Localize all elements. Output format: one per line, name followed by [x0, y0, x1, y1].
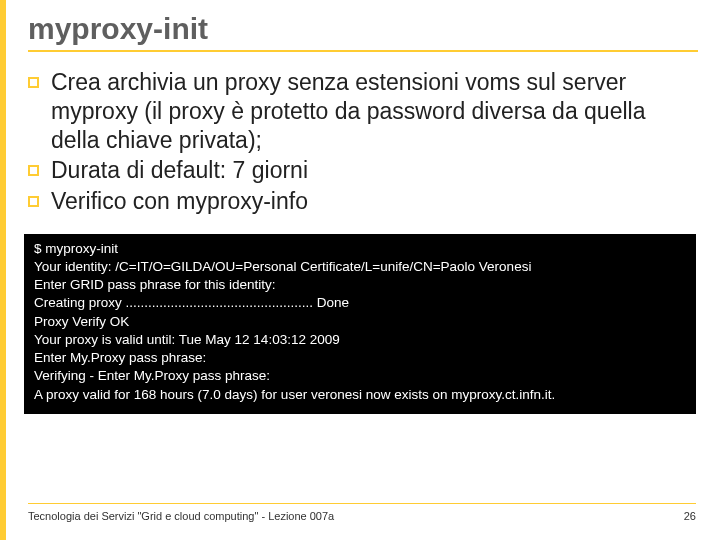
footer-left-text: Tecnologia dei Servizi "Grid e cloud com… [28, 510, 334, 522]
square-bullet-icon [28, 165, 39, 176]
slide-footer: Tecnologia dei Servizi "Grid e cloud com… [28, 503, 696, 522]
bullet-list: Crea archivia un proxy senza estensioni … [28, 68, 696, 216]
terminal-line: $ myproxy-init [34, 241, 118, 256]
bullet-text: Verifico con myproxy-info [51, 187, 696, 216]
bullet-text: Crea archivia un proxy senza estensioni … [51, 68, 696, 154]
slide-title: myproxy-init [28, 12, 696, 46]
terminal-line: Enter My.Proxy pass phrase: [34, 350, 206, 365]
terminal-line: Proxy Verify OK [34, 314, 129, 329]
terminal-line: Creating proxy .........................… [34, 295, 349, 310]
bullet-item: Durata di default: 7 giorni [28, 156, 696, 185]
bullet-item: Crea archivia un proxy senza estensioni … [28, 68, 696, 154]
bullet-item: Verifico con myproxy-info [28, 187, 696, 216]
terminal-line: A proxy valid for 168 hours (7.0 days) f… [34, 387, 555, 402]
page-number: 26 [684, 510, 696, 522]
terminal-line: Verifying - Enter My.Proxy pass phrase: [34, 368, 270, 383]
square-bullet-icon [28, 77, 39, 88]
terminal-line: Your proxy is valid until: Tue May 12 14… [34, 332, 340, 347]
square-bullet-icon [28, 196, 39, 207]
terminal-line: Your identity: /C=IT/O=GILDA/OU=Personal… [34, 259, 531, 274]
terminal-line: Enter GRID pass phrase for this identity… [34, 277, 276, 292]
terminal-output: $ myproxy-init Your identity: /C=IT/O=GI… [24, 234, 696, 414]
left-accent-bar [0, 0, 6, 540]
title-underline [28, 50, 698, 52]
slide-content: myproxy-init Crea archivia un proxy senz… [0, 0, 720, 414]
bullet-text: Durata di default: 7 giorni [51, 156, 696, 185]
